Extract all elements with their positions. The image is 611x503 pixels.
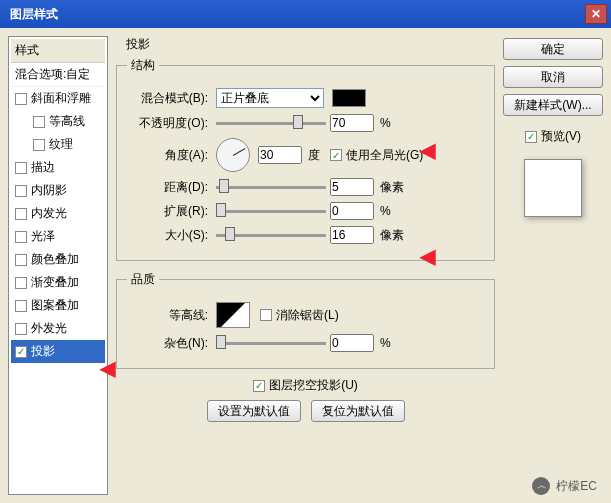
style-item-label: 等高线 [49,113,85,130]
style-checkbox[interactable] [15,93,27,105]
quality-legend: 品质 [127,271,159,288]
style-checkbox[interactable] [15,162,27,174]
style-item-6[interactable]: 光泽 [11,225,105,248]
opacity-label: 不透明度(O): [127,115,212,132]
cancel-button[interactable]: 取消 [503,66,603,88]
styles-panel: 样式 混合选项:自定 斜面和浮雕等高线纹理描边内阴影内发光光泽颜色叠加渐变叠加图… [8,36,108,495]
close-icon: ✕ [591,7,601,21]
style-item-3[interactable]: 描边 [11,156,105,179]
style-item-11[interactable]: 投影 [11,340,105,363]
style-checkbox[interactable] [15,300,27,312]
style-item-2[interactable]: 纹理 [11,133,105,156]
blend-mode-select[interactable]: 正片叠底 [216,88,324,108]
style-item-10[interactable]: 外发光 [11,317,105,340]
spread-slider[interactable] [216,203,326,219]
style-item-label: 图案叠加 [31,297,79,314]
opacity-slider[interactable] [216,115,326,131]
style-item-1[interactable]: 等高线 [11,110,105,133]
structure-group: 结构 混合模式(B): 正片叠底 不透明度(O): % 角度(A): 度 使用全… [116,57,495,261]
opacity-input[interactable] [330,114,374,132]
distance-input[interactable] [330,178,374,196]
angle-label: 角度(A): [127,147,212,164]
style-item-9[interactable]: 图案叠加 [11,294,105,317]
antialias-checkbox[interactable] [260,309,272,321]
spread-label: 扩展(R): [127,203,212,220]
noise-label: 杂色(N): [127,335,212,352]
pixel-unit: 像素 [378,179,404,196]
style-checkbox[interactable] [15,185,27,197]
style-item-label: 投影 [31,343,55,360]
ok-button[interactable]: 确定 [503,38,603,60]
watermark-icon: ෴ [532,477,550,495]
style-item-label: 内发光 [31,205,67,222]
preview-label: 预览(V) [541,128,581,145]
percent-unit: % [378,336,391,350]
style-checkbox[interactable] [15,208,27,220]
structure-legend: 结构 [127,57,159,74]
pixel-unit: 像素 [378,227,404,244]
knockout-checkbox[interactable] [253,380,265,392]
contour-picker[interactable] [216,302,250,328]
angle-input[interactable] [258,146,302,164]
quality-group: 品质 等高线: 消除锯齿(L) 杂色(N): % [116,271,495,369]
style-checkbox[interactable] [33,139,45,151]
style-item-7[interactable]: 颜色叠加 [11,248,105,271]
styles-header: 样式 [11,39,105,63]
preview-checkbox[interactable] [525,131,537,143]
antialias-label: 消除锯齿(L) [276,307,339,324]
style-item-label: 颜色叠加 [31,251,79,268]
style-item-label: 描边 [31,159,55,176]
style-item-4[interactable]: 内阴影 [11,179,105,202]
contour-label: 等高线: [127,307,212,324]
global-light-checkbox[interactable] [330,149,342,161]
style-item-label: 外发光 [31,320,67,337]
style-item-5[interactable]: 内发光 [11,202,105,225]
dialog-title: 图层样式 [4,6,58,23]
reset-default-button[interactable]: 复位为默认值 [311,400,405,422]
noise-input[interactable] [330,334,374,352]
style-checkbox[interactable] [15,277,27,289]
dialog-body: 样式 混合选项:自定 斜面和浮雕等高线纹理描边内阴影内发光光泽颜色叠加渐变叠加图… [0,28,611,503]
knockout-label: 图层挖空投影(U) [269,377,358,394]
titlebar: 图层样式 ✕ [0,0,611,28]
panel-title: 投影 [122,36,501,53]
spread-input[interactable] [330,202,374,220]
settings-panel: 投影 结构 混合模式(B): 正片叠底 不透明度(O): % 角度(A): 度 … [116,36,495,495]
percent-unit: % [378,204,391,218]
degree-unit: 度 [306,147,320,164]
new-style-button[interactable]: 新建样式(W)... [503,94,603,116]
noise-slider[interactable] [216,335,326,351]
size-input[interactable] [330,226,374,244]
color-swatch[interactable] [332,89,366,107]
size-label: 大小(S): [127,227,212,244]
style-item-label: 渐变叠加 [31,274,79,291]
blend-options-item[interactable]: 混合选项:自定 [11,63,105,87]
style-checkbox[interactable] [15,323,27,335]
action-panel: 确定 取消 新建样式(W)... 预览(V) [503,36,603,495]
blend-mode-label: 混合模式(B): [127,90,212,107]
style-item-label: 斜面和浮雕 [31,90,91,107]
percent-unit: % [378,116,391,130]
angle-dial[interactable] [216,138,250,172]
style-item-0[interactable]: 斜面和浮雕 [11,87,105,110]
style-item-label: 纹理 [49,136,73,153]
watermark: ෴ 柠檬EC [532,477,597,495]
distance-slider[interactable] [216,179,326,195]
watermark-text: 柠檬EC [556,478,597,495]
preview-thumbnail [524,159,582,217]
style-item-label: 内阴影 [31,182,67,199]
style-checkbox[interactable] [15,254,27,266]
size-slider[interactable] [216,227,326,243]
distance-label: 距离(D): [127,179,212,196]
style-checkbox[interactable] [33,116,45,128]
style-item-label: 光泽 [31,228,55,245]
style-item-8[interactable]: 渐变叠加 [11,271,105,294]
close-button[interactable]: ✕ [585,4,607,24]
style-checkbox[interactable] [15,346,27,358]
global-light-label: 使用全局光(G) [346,147,423,164]
set-default-button[interactable]: 设置为默认值 [207,400,301,422]
style-checkbox[interactable] [15,231,27,243]
